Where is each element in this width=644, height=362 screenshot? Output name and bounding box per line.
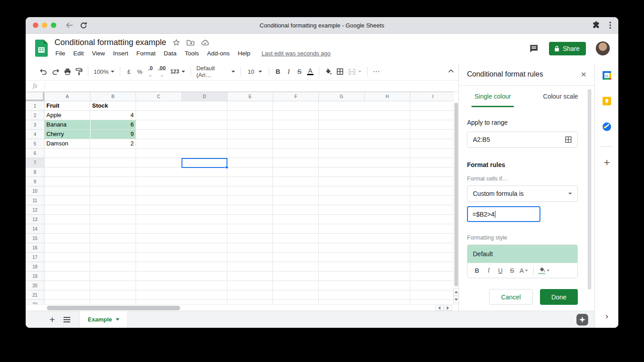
- refresh-icon[interactable]: [80, 22, 87, 29]
- column-header-G[interactable]: G: [319, 92, 365, 101]
- font-size-select[interactable]: 10: [244, 66, 266, 77]
- minimize-window-button[interactable]: [42, 23, 47, 28]
- row-header-9[interactable]: 9: [26, 177, 45, 186]
- merge-cells-icon[interactable]: [346, 66, 364, 77]
- cell-B1[interactable]: Stock: [91, 101, 136, 110]
- row-header-10[interactable]: 10: [26, 186, 45, 196]
- range-input[interactable]: A2:B5: [467, 131, 578, 148]
- freeze-row-handle[interactable]: [26, 100, 45, 101]
- row-header-18[interactable]: 18: [26, 262, 45, 272]
- row-header-13[interactable]: 13: [26, 215, 45, 224]
- row-header-6[interactable]: 6: [26, 149, 45, 158]
- column-header-H[interactable]: H: [365, 92, 411, 101]
- keep-icon[interactable]: [603, 97, 611, 105]
- cancel-button[interactable]: Cancel: [489, 289, 533, 305]
- cell-A2[interactable]: Apple: [45, 111, 90, 120]
- menu-add-ons[interactable]: Add-ons: [203, 49, 234, 58]
- row-header-1[interactable]: 1: [26, 101, 45, 111]
- column-header-C[interactable]: C: [136, 92, 182, 101]
- menu-insert[interactable]: Insert: [109, 49, 132, 58]
- text-color-button[interactable]: A: [305, 66, 316, 77]
- style-text-color-button[interactable]: A: [519, 265, 529, 276]
- italic-button[interactable]: I: [283, 66, 294, 77]
- row-header-12[interactable]: 12: [26, 205, 45, 215]
- collapse-side-panel-chevron-icon[interactable]: ›: [595, 311, 618, 321]
- formula-bar[interactable]: fx: [26, 80, 458, 92]
- sheet-tab-example[interactable]: Example: [79, 311, 128, 328]
- style-italic-button[interactable]: I: [484, 265, 494, 276]
- row-header-5[interactable]: 5: [26, 139, 45, 149]
- active-cell-selection[interactable]: [181, 158, 227, 168]
- horizontal-scrollbar-thumb[interactable]: [47, 306, 180, 310]
- cell-A3[interactable]: Banana: [45, 120, 90, 129]
- row-header-8[interactable]: 8: [26, 167, 45, 177]
- scroll-up-button[interactable]: [454, 288, 458, 296]
- select-all-corner[interactable]: [26, 92, 45, 101]
- maximize-window-button[interactable]: [51, 23, 56, 28]
- strikethrough-button[interactable]: S: [294, 66, 305, 77]
- extensions-puzzle-icon[interactable]: [592, 21, 600, 29]
- format-percent-button[interactable]: %: [134, 66, 145, 77]
- undo-icon[interactable]: [37, 66, 50, 77]
- vertical-scrollbar[interactable]: [453, 92, 458, 304]
- cell-B3[interactable]: 6: [91, 120, 136, 129]
- comments-icon[interactable]: [529, 44, 539, 54]
- column-header-B[interactable]: B: [91, 92, 136, 101]
- more-toolbar-button[interactable]: ⋯: [371, 66, 382, 77]
- row-header-3[interactable]: 3: [26, 120, 45, 130]
- row-header-20[interactable]: 20: [26, 281, 45, 290]
- row-header-16[interactable]: 16: [26, 243, 45, 253]
- tab-colour-scale[interactable]: Colour scale: [527, 86, 595, 107]
- scroll-right-button[interactable]: [444, 305, 452, 311]
- select-data-range-icon[interactable]: [565, 136, 572, 143]
- zoom-select[interactable]: 100%: [91, 66, 117, 77]
- decrease-decimal-button[interactable]: .0←: [145, 66, 156, 77]
- close-icon[interactable]: ×: [581, 69, 586, 79]
- row-header-21[interactable]: 21: [26, 290, 45, 300]
- cell-B4[interactable]: 9: [91, 130, 136, 139]
- add-sheet-button[interactable]: +: [46, 314, 59, 325]
- bold-button[interactable]: B: [272, 66, 283, 77]
- print-icon[interactable]: [62, 66, 73, 77]
- custom-formula-input[interactable]: =$B2>4: [467, 206, 540, 222]
- row-header-19[interactable]: 19: [26, 272, 45, 281]
- style-strikethrough-button[interactable]: S: [507, 265, 517, 276]
- row-header-15[interactable]: 15: [26, 234, 45, 243]
- share-button[interactable]: Share: [549, 42, 586, 55]
- column-header-E[interactable]: E: [227, 92, 273, 101]
- move-to-folder-icon[interactable]: [186, 39, 195, 46]
- add-addon-plus-icon[interactable]: +: [595, 156, 618, 169]
- row-header-4[interactable]: 4: [26, 130, 45, 139]
- paint-format-icon[interactable]: [73, 66, 85, 77]
- account-avatar[interactable]: [596, 41, 610, 55]
- column-header-A[interactable]: A: [45, 92, 91, 101]
- condition-select[interactable]: Custom formula is: [467, 186, 578, 202]
- cell-A1[interactable]: Fruit: [45, 101, 90, 110]
- row-header-22[interactable]: 22: [26, 300, 45, 304]
- menu-view[interactable]: View: [88, 49, 109, 58]
- column-header-F[interactable]: F: [273, 92, 319, 101]
- all-sheets-icon[interactable]: [60, 317, 73, 322]
- redo-icon[interactable]: [50, 66, 62, 77]
- cell-A5[interactable]: Damson: [45, 139, 90, 148]
- panel-scrollbar[interactable]: [588, 89, 591, 290]
- format-currency-button[interactable]: £: [123, 66, 134, 77]
- menu-tools[interactable]: Tools: [181, 49, 203, 58]
- freeze-col-handle[interactable]: [43, 92, 45, 101]
- scroll-left-button[interactable]: [435, 305, 444, 311]
- fill-handle[interactable]: [225, 166, 228, 169]
- menu-format[interactable]: Format: [132, 49, 160, 58]
- calendar-icon[interactable]: 31: [603, 71, 611, 80]
- row-header-7[interactable]: 7: [26, 158, 45, 167]
- style-underline-button[interactable]: U: [495, 265, 505, 276]
- row-header-14[interactable]: 14: [26, 224, 45, 234]
- doc-title[interactable]: Conditional formatting example: [54, 38, 166, 47]
- increase-decimal-button[interactable]: .00→: [156, 66, 168, 77]
- menu-edit[interactable]: Edit: [69, 49, 88, 58]
- horizontal-scrollbar[interactable]: [26, 304, 458, 311]
- last-edit-link[interactable]: Last edit was seconds ago: [262, 50, 331, 57]
- hide-toolbar-chevron-icon[interactable]: [448, 67, 454, 75]
- cloud-saved-icon[interactable]: [201, 40, 209, 46]
- close-window-button[interactable]: [33, 23, 38, 28]
- tab-single-colour[interactable]: Single colour: [459, 86, 527, 107]
